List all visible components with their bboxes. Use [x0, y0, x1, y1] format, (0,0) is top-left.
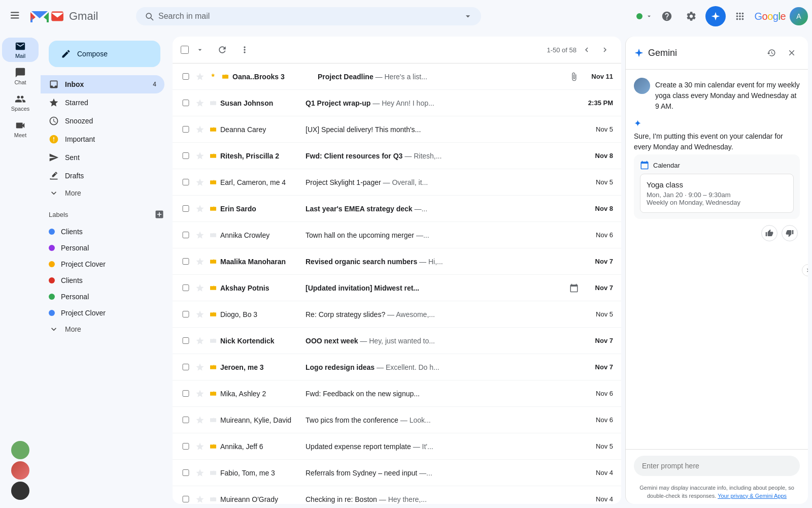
star-icon[interactable]	[195, 72, 205, 81]
gemini-button[interactable]	[705, 6, 726, 26]
sidebar-important[interactable]: Important	[41, 130, 164, 148]
gemini-history-btn[interactable]	[763, 45, 780, 61]
prev-page-btn[interactable]	[579, 42, 595, 58]
select-all-checkbox[interactable]	[181, 46, 189, 54]
email-date: Nov 7	[583, 337, 613, 344]
star-icon[interactable]	[195, 310, 205, 319]
email-date: Nov 5	[583, 442, 613, 450]
settings-button[interactable]	[681, 6, 701, 26]
gemini-close-btn[interactable]	[784, 45, 800, 61]
star-icon[interactable]	[195, 99, 205, 108]
table-row[interactable]: Erin Sardo Last year's EMEA strategy dec…	[173, 196, 621, 222]
email-checkbox[interactable]	[181, 390, 191, 397]
add-label-icon[interactable]	[154, 209, 164, 219]
nav-spaces[interactable]: Spaces	[2, 90, 39, 115]
email-checkbox[interactable]	[181, 205, 191, 212]
star-icon[interactable]	[195, 204, 205, 213]
email-checkbox[interactable]	[181, 364, 191, 370]
label-clients2[interactable]: Clients	[41, 272, 164, 289]
star-icon[interactable]	[195, 363, 205, 372]
table-row[interactable]: Mika, Ashley 2 Fwd: Feedback on the new …	[173, 380, 621, 407]
nav-chat[interactable]: Chat	[2, 64, 39, 88]
next-page-btn[interactable]	[597, 42, 613, 58]
sidebar-inbox[interactable]: Inbox 4	[41, 75, 164, 93]
table-row[interactable]: Diogo, Bo 3 Re: Corp strategy slides? — …	[173, 301, 621, 328]
table-row[interactable]: Maalika Manoharan Revised organic search…	[173, 248, 621, 275]
meet-avatar-1[interactable]	[11, 441, 29, 459]
email-checkbox[interactable]	[181, 258, 191, 265]
email-checkbox[interactable]	[181, 311, 191, 318]
nav-meet[interactable]: Meet	[2, 117, 39, 141]
sidebar-drafts[interactable]: Drafts	[41, 167, 164, 185]
gemini-privacy-link[interactable]: Your privacy & Gemini Apps	[718, 493, 787, 499]
hamburger-menu[interactable]	[4, 3, 28, 27]
star-icon[interactable]	[195, 125, 205, 134]
apps-button[interactable]	[730, 6, 750, 26]
table-row[interactable]: Fabio, Tom, me 3 Referrals from Sydney –…	[173, 460, 621, 486]
table-row[interactable]: Muireann O'Grady Checking in re: Boston …	[173, 486, 621, 504]
star-icon[interactable]	[195, 151, 205, 161]
gemini-prompt-input[interactable]	[634, 456, 800, 476]
thumbs-down-btn[interactable]	[782, 225, 798, 241]
email-subject: Updated expense report template — It'...	[306, 442, 574, 451]
email-checkbox[interactable]	[181, 100, 191, 106]
email-checkbox[interactable]	[181, 417, 191, 423]
compose-button[interactable]: Compose	[49, 41, 160, 67]
label-personal2[interactable]: Personal	[41, 289, 164, 305]
select-dropdown-btn[interactable]	[191, 41, 209, 59]
email-checkbox[interactable]	[181, 73, 191, 80]
topbar-actions: Google A	[635, 6, 808, 26]
table-row[interactable]: Oana..Brooks 3 Project Deadline — Here's…	[173, 64, 621, 90]
email-checkbox[interactable]	[181, 179, 191, 185]
email-checkbox[interactable]	[181, 443, 191, 450]
table-row[interactable]: Akshay Potnis [Updated invitation] Midwe…	[173, 275, 621, 301]
sidebar-more[interactable]: More	[41, 185, 164, 201]
email-sender: Maalika Manoharan	[220, 258, 301, 266]
label-clients1[interactable]: Clients	[41, 224, 164, 240]
star-icon[interactable]	[195, 231, 205, 240]
sidebar-sent[interactable]: Sent	[41, 148, 164, 167]
user-avatar[interactable]: A	[790, 7, 808, 25]
email-checkbox[interactable]	[181, 337, 191, 344]
star-icon[interactable]	[195, 283, 205, 293]
refresh-button[interactable]	[213, 41, 231, 59]
star-icon[interactable]	[195, 178, 205, 187]
sidebar-snoozed[interactable]: Snoozed	[41, 112, 164, 130]
table-row[interactable]: Muireann, Kylie, David Two pics from the…	[173, 407, 621, 433]
status-indicator[interactable]	[635, 12, 653, 20]
search-dropdown-icon[interactable]	[463, 11, 473, 21]
table-row[interactable]: Deanna Carey [UX] Special delivery! This…	[173, 116, 621, 143]
meet-avatar-3[interactable]	[11, 482, 29, 500]
label-project-clover2[interactable]: Project Clover	[41, 305, 164, 321]
table-row[interactable]: Jeroen, me 3 Logo redesign ideas — Excel…	[173, 354, 621, 380]
sidebar-starred[interactable]: Starred	[41, 93, 164, 112]
email-checkbox[interactable]	[181, 469, 191, 476]
star-icon[interactable]	[195, 336, 205, 345]
email-checkbox[interactable]	[181, 284, 191, 291]
more-toolbar-btn[interactable]	[235, 41, 254, 59]
star-icon[interactable]	[195, 389, 205, 398]
label-project-clover1[interactable]: Project Clover	[41, 256, 164, 272]
email-checkbox[interactable]	[181, 232, 191, 238]
table-row[interactable]: Annika Crowley Town hall on the upcoming…	[173, 222, 621, 248]
star-icon[interactable]	[195, 468, 205, 478]
table-row[interactable]: Nick Kortendick OOO next week — Hey, jus…	[173, 328, 621, 354]
email-checkbox[interactable]	[181, 496, 191, 502]
table-row[interactable]: Susan Johnson Q1 Project wrap-up — Hey A…	[173, 90, 621, 116]
thumbs-up-btn[interactable]	[761, 225, 777, 241]
labels-more[interactable]: More	[41, 321, 164, 337]
star-icon[interactable]	[195, 442, 205, 451]
table-row[interactable]: Ritesh, Priscilla 2 Fwd: Client resource…	[173, 143, 621, 169]
table-row[interactable]: Annika, Jeff 6 Updated expense report te…	[173, 433, 621, 460]
star-icon[interactable]	[195, 416, 205, 425]
star-icon[interactable]	[195, 257, 205, 266]
search-input[interactable]	[158, 12, 459, 21]
email-checkbox[interactable]	[181, 152, 191, 159]
star-icon[interactable]	[195, 495, 205, 504]
table-row[interactable]: Earl, Cameron, me 4 Project Skylight 1-p…	[173, 169, 621, 196]
email-checkbox[interactable]	[181, 126, 191, 133]
label-personal1[interactable]: Personal	[41, 240, 164, 256]
nav-mail[interactable]: Mail	[2, 38, 39, 62]
help-button[interactable]	[657, 6, 677, 26]
meet-avatar-2[interactable]	[11, 461, 29, 480]
